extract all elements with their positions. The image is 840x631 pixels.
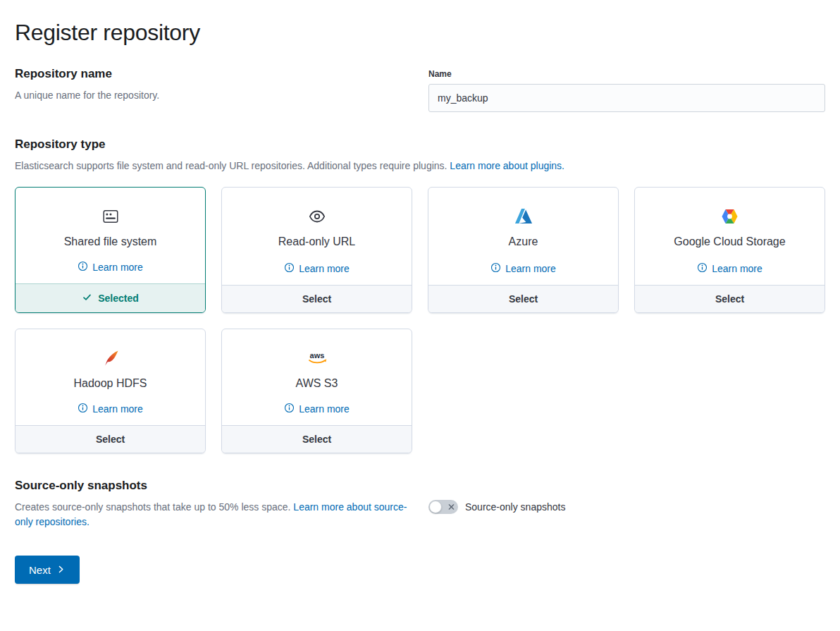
eye-icon — [309, 206, 326, 227]
azure-logo-icon — [514, 206, 533, 227]
card-footer-selected[interactable]: Selected — [16, 283, 205, 312]
card-body: Azure Learn more — [428, 188, 618, 285]
check-icon — [82, 292, 92, 305]
learn-more-label: Learn more — [299, 403, 350, 415]
repository-name-field-group: Name — [428, 67, 825, 112]
card-action-label: Selected — [98, 293, 139, 304]
repository-name-heading: Repository name — [15, 67, 412, 81]
info-icon — [284, 403, 295, 415]
card-body: Shared file system Learn more — [16, 188, 205, 283]
repo-card-hadoop-hdfs[interactable]: Hadoop HDFS Learn more Select — [15, 329, 206, 453]
repository-name-description: A unique name for the repository. — [15, 88, 412, 104]
card-body: aws AWS S3 Learn more — [222, 329, 412, 425]
card-footer-select[interactable]: Select — [428, 285, 618, 312]
aws-logo-icon: aws — [305, 348, 329, 369]
card-action-label: Select — [302, 293, 331, 305]
source-only-description-row: Creates source-only snapshots that take … — [15, 500, 412, 530]
learn-more-link[interactable]: Learn more — [78, 390, 143, 415]
repository-type-section: Repository type Elasticsearch supports f… — [15, 137, 825, 453]
repo-card-shared-file-system[interactable]: Shared file system Learn more Selected — [15, 187, 206, 313]
card-title: AWS S3 — [296, 377, 338, 390]
card-body: Read-only URL Learn more — [222, 188, 412, 285]
source-only-control: Source-only snapshots — [428, 479, 825, 530]
info-icon — [284, 262, 295, 275]
card-action-label: Select — [715, 293, 744, 305]
card-action-label: Select — [302, 434, 331, 445]
repository-name-section: Repository name A unique name for the re… — [15, 67, 825, 112]
learn-more-link[interactable]: Learn more — [78, 248, 143, 274]
next-button-label: Next — [29, 564, 51, 576]
card-action-label: Select — [509, 293, 538, 305]
register-repository-page: Register repository Repository name A un… — [0, 0, 840, 612]
card-footer-select[interactable]: Select — [222, 285, 412, 312]
chevron-right-icon — [56, 564, 66, 576]
repo-card-google-cloud-storage[interactable]: Google Cloud Storage Learn more Select — [634, 187, 825, 313]
storage-icon — [102, 206, 119, 227]
repository-name-info: Repository name A unique name for the re… — [15, 67, 412, 112]
learn-more-link[interactable]: Learn more — [490, 250, 556, 275]
source-only-toggle[interactable] — [428, 500, 458, 514]
learn-more-label: Learn more — [92, 262, 143, 273]
google-cloud-storage-logo-icon — [721, 206, 739, 227]
page-title: Register repository — [15, 20, 825, 46]
learn-more-label: Learn more — [299, 263, 350, 274]
source-only-toggle-label[interactable]: Source-only snapshots — [465, 501, 565, 513]
svg-text:aws: aws — [309, 351, 324, 360]
info-icon — [78, 261, 88, 274]
card-footer-select[interactable]: Select — [635, 285, 824, 312]
source-only-description: Creates source-only snapshots that take … — [15, 501, 290, 513]
card-title: Azure — [509, 235, 538, 248]
repository-type-cards: Shared file system Learn more Selected — [15, 187, 825, 453]
repository-name-input[interactable] — [428, 84, 825, 112]
repository-type-description: Elasticsearch supports file system and r… — [15, 160, 447, 171]
source-only-section: Source-only snapshots Creates source-onl… — [15, 479, 825, 530]
next-button[interactable]: Next — [15, 556, 80, 584]
card-footer-select[interactable]: Select — [222, 425, 412, 453]
learn-more-label: Learn more — [712, 263, 762, 274]
card-title: Hadoop HDFS — [73, 377, 147, 390]
repo-card-aws-s3[interactable]: aws AWS S3 Learn more Select — [221, 329, 412, 453]
info-icon — [490, 262, 501, 275]
card-title: Google Cloud Storage — [674, 235, 785, 248]
source-only-heading: Source-only snapshots — [15, 479, 412, 493]
info-icon — [78, 403, 88, 415]
source-only-info: Source-only snapshots Creates source-onl… — [15, 479, 412, 530]
toggle-x-icon — [448, 503, 455, 510]
repository-type-heading: Repository type — [15, 137, 825, 152]
name-field-label: Name — [428, 69, 825, 79]
repository-type-description-row: Elasticsearch supports file system and r… — [15, 159, 825, 174]
card-action-label: Select — [96, 434, 125, 445]
repo-card-azure[interactable]: Azure Learn more Select — [428, 187, 619, 313]
hadoop-feather-icon — [101, 348, 120, 369]
toggle-thumb — [429, 501, 442, 513]
learn-more-link[interactable]: Learn more — [284, 250, 350, 275]
learn-more-link[interactable]: Learn more — [284, 390, 350, 415]
repo-card-read-only-url[interactable]: Read-only URL Learn more Select — [221, 187, 412, 313]
card-title: Read-only URL — [278, 235, 355, 248]
card-title: Shared file system — [64, 235, 157, 248]
card-footer-select[interactable]: Select — [16, 425, 205, 453]
card-body: Hadoop HDFS Learn more — [16, 329, 205, 425]
info-icon — [697, 262, 708, 275]
learn-more-label: Learn more — [505, 263, 556, 274]
source-only-toggle-row: Source-only snapshots — [428, 479, 825, 514]
learn-more-plugins-link[interactable]: Learn more about plugins. — [450, 160, 564, 171]
learn-more-label: Learn more — [92, 403, 143, 415]
learn-more-link[interactable]: Learn more — [697, 250, 762, 275]
card-body: Google Cloud Storage Learn more — [635, 188, 824, 285]
